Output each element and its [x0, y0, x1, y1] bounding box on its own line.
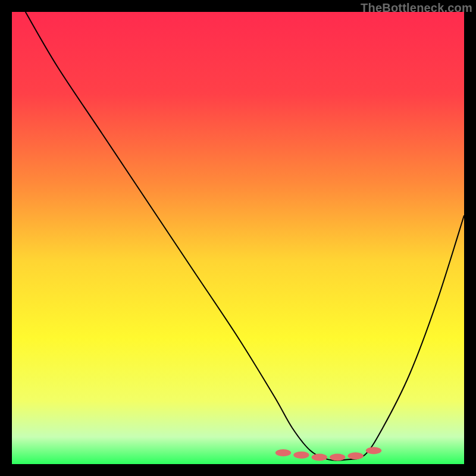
flat-region-dot [366, 447, 381, 454]
gradient-background [12, 12, 464, 464]
watermark-text: TheBottleneck.com [361, 1, 472, 15]
flat-region-dot [293, 452, 309, 459]
chart-frame: TheBottleneck.com [0, 0, 476, 476]
flat-region-dot [312, 454, 327, 461]
plot-area [12, 12, 464, 464]
flat-region-dot [330, 454, 345, 461]
flat-region-dot [347, 452, 363, 459]
bottleneck-chart [12, 12, 464, 464]
flat-region-dot [275, 449, 291, 456]
